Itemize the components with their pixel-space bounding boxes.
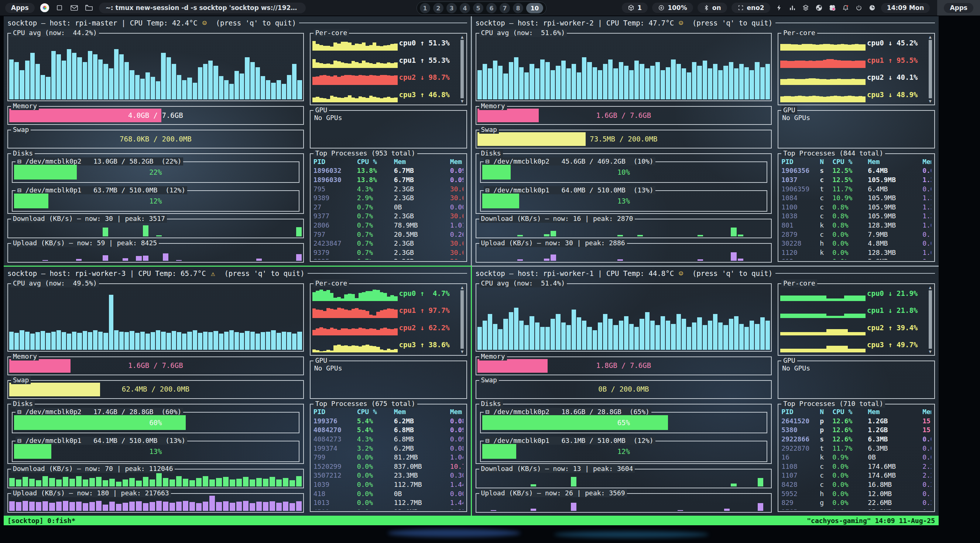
bar [130,331,134,350]
clock[interactable]: 14:09 Mon [881,3,930,13]
bar [172,64,176,99]
bar [805,349,809,352]
tmux-window-2[interactable]: 2 [433,3,444,13]
bar [76,476,82,486]
gpu-status: No GPUs [782,364,810,372]
bar [760,317,765,350]
tmux-window-5[interactable]: 5 [473,3,484,13]
bar [348,346,352,353]
network-indicator[interactable]: eno2 [732,3,770,13]
disks-box: Disks⊟ /dev/mmcblk0p2 13.0GB / 58.2GB (2… [7,153,304,213]
scroll-down-icon[interactable]: ▼ [929,99,931,104]
core-row: cpu1 ↑ 95.5% [780,53,925,68]
bar [816,349,819,352]
bar [326,64,330,68]
core-label: cpu2 ↑ 39.4% [865,323,925,332]
tmux-window-1[interactable]: 1 [420,3,430,13]
cell: 1037 [781,176,820,183]
scroll-up-icon[interactable]: ▲ [461,285,463,290]
tmux-window-6[interactable]: 6 [486,3,496,13]
bluetooth-indicator[interactable]: on [697,3,727,13]
per-core-scrollbar[interactable]: ▲▼ [927,34,933,104]
per-core-scrollbar[interactable]: ▲▼ [927,285,933,354]
folder-icon[interactable] [84,3,94,13]
tmux-window-8[interactable]: 8 [513,3,523,13]
layers-icon[interactable] [801,3,810,12]
bar [802,349,805,352]
usage-chart-icon[interactable] [868,3,877,12]
bar [9,501,15,511]
workspace-count: 1 [637,5,642,11]
core-sparkline [312,303,398,318]
process-row: 1993743.2%6.2MB0.08% [313,444,463,453]
tmux-window-title[interactable]: ~: tmux new-session -d -s socktop 'sockt… [99,3,306,13]
cell: 12.5% [832,176,868,183]
bell-icon[interactable] [841,3,850,12]
bar [862,61,865,68]
bar [851,61,855,68]
scroll-down-icon[interactable]: ▼ [929,349,931,354]
bar [98,59,103,100]
process-row: 1084c10.9%105.9MB1.36% [781,193,931,202]
tmux-window-3[interactable]: 3 [446,3,457,13]
bar [114,330,119,350]
mail-icon[interactable] [69,3,79,13]
bar [816,45,819,51]
steam-icon[interactable] [815,3,823,12]
socktop-pane-rpi-worker-2[interactable]: socktop — host: rpi-worker-2 | CPU Temp:… [472,16,939,266]
bar [795,314,798,318]
cell: 1.04% [450,453,463,461]
launcher-color-icon[interactable] [40,3,49,13]
download-box-label: Download (KB/s) — now: 70 | peak: 112046 [11,465,175,473]
process-row: 2641520p12.6%1.2GB15.46% [781,416,931,425]
per-core-scrollbar[interactable]: ▲▼ [459,285,465,354]
bar [56,479,62,486]
volume-indicator[interactable]: 100% [652,3,693,13]
scrollbar-track[interactable] [460,40,464,98]
bar [333,309,337,318]
disks-box-label: Disks [11,149,35,158]
bar [765,321,770,350]
scroll-up-icon[interactable]: ▲ [929,285,931,290]
process-row: 1100c0.8%105.9MB1.36% [781,202,931,212]
scroll-down-icon[interactable]: ▼ [461,99,463,104]
bar [376,46,380,51]
cell: 2879 [781,231,820,238]
bar [43,501,48,511]
bar [517,235,523,236]
cell: 2.3GB [394,185,450,193]
scrollbar-track[interactable] [460,290,464,349]
scrollbar-track[interactable] [929,40,932,98]
power-profile-icon[interactable] [775,3,784,12]
per-core-scrollbar[interactable]: ▲▼ [459,34,465,104]
tmux-window-4[interactable]: 4 [460,3,470,13]
scroll-down-icon[interactable]: ▼ [461,349,463,354]
system-monitor-icon[interactable] [788,3,797,12]
power-icon[interactable] [854,3,863,12]
socktop-pane-rpi-worker-1[interactable]: socktop — host: rpi-worker-1 | CPU Temp:… [472,267,939,516]
bar [755,324,759,350]
tmux-window-active[interactable]: 10 [526,3,543,13]
bar [795,79,798,85]
tmux-window-7[interactable]: 7 [500,3,510,13]
notification-app-icon[interactable] [828,3,837,12]
swap-value: 62.4MB / 200.0MB [9,385,302,393]
scrollbar-track[interactable] [929,290,932,349]
top-processes-box-label: Top Processes (675 total) [313,400,417,408]
bar [571,503,576,511]
socktop-pane-rpi-worker-3[interactable]: socktop — host: rpi-worker-3 | CPU Temp:… [4,267,471,516]
bar [387,97,391,102]
window-icon[interactable] [55,3,64,13]
scroll-up-icon[interactable]: ▲ [929,34,931,40]
scroll-up-icon[interactable]: ▲ [461,34,463,40]
bar [76,502,82,511]
bar [358,75,362,85]
apps-button-right[interactable]: Apps [944,3,974,13]
bar [488,68,492,99]
socktop-pane-rpi-master[interactable]: socktop — host: rpi-master | CPU Temp: 4… [4,16,471,266]
apps-button[interactable]: Apps [5,3,35,13]
swap-box: Swap73.5MB / 200.0MB [476,130,772,148]
workspace-indicator[interactable]: 1 [622,3,648,13]
bar [143,256,148,261]
bar [390,309,394,318]
